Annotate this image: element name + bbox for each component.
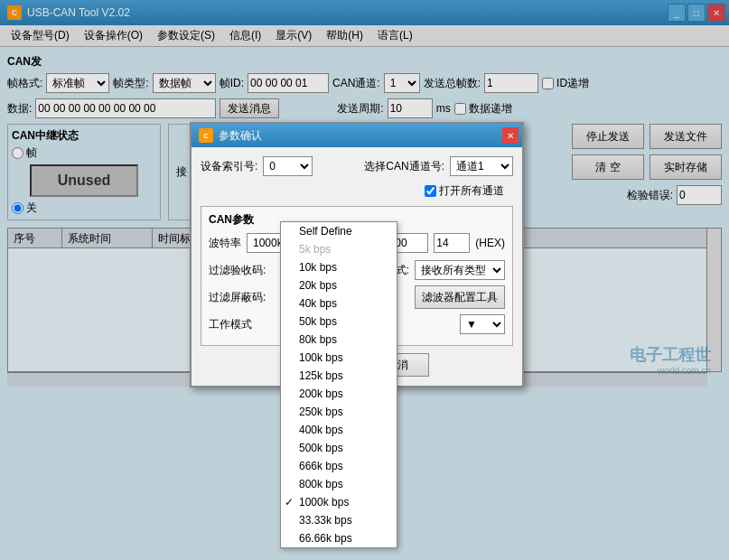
btr1-input[interactable]: 14 (434, 233, 470, 253)
filter-tool-button[interactable]: 滤波器配置工具 (415, 285, 505, 309)
can-channel-dlg-label: 选择CAN通道号: (364, 159, 444, 174)
filter-mask-label: 过滤屏蔽码: (209, 290, 266, 305)
baudrate-option-400k[interactable]: 400k bps (281, 421, 397, 439)
baudrate-option-100k[interactable]: 100k bps (281, 349, 397, 367)
baudrate-option-125k[interactable]: 125k bps (281, 367, 397, 385)
baudrate-option-20k[interactable]: 20k bps (281, 276, 397, 294)
baudrate-option-500k[interactable]: 500k bps (281, 439, 397, 457)
baudrate-option-80k[interactable]: 80k bps (281, 331, 397, 349)
baudrate-option-1000k[interactable]: 1000k bps (281, 493, 397, 511)
baudrate-option-5k[interactable]: 5k bps (281, 240, 397, 258)
work-mode-select[interactable]: ▼ (460, 314, 505, 334)
baudrate-option-50k[interactable]: 50k bps (281, 313, 397, 331)
baudrate-option-200k[interactable]: 200k bps (281, 385, 397, 403)
baudrate-option-800k[interactable]: 800k bps (281, 475, 397, 493)
baudrate-option-33k[interactable]: 33.33k bps (281, 511, 397, 529)
baudrate-option-66k[interactable]: 66.66k bps (281, 529, 397, 547)
baudrate-label: 波特率 (209, 236, 241, 251)
device-index-select[interactable]: 0 (263, 156, 313, 176)
btr-hex-label: (HEX) (475, 237, 505, 249)
dialog-title-bar: C 参数确认 ✕ (192, 124, 522, 147)
dialog-row-open-all: 打开所有通道 (201, 183, 513, 199)
can-channel-dlg-select[interactable]: 通道1 通道2 (450, 156, 513, 176)
baudrate-dropdown: Self Define 5k bps 10k bps 20k bps 40k b… (280, 221, 397, 548)
dialog-close-button[interactable]: ✕ (502, 127, 519, 144)
baudrate-option-self-define[interactable]: Self Define (281, 222, 397, 240)
baudrate-option-250k[interactable]: 250k bps (281, 403, 397, 421)
open-all-label[interactable]: 打开所有通道 (425, 183, 504, 199)
filter-code-label: 过滤验收码: (209, 263, 266, 278)
baudrate-option-10k[interactable]: 10k bps (281, 258, 397, 276)
open-all-checkbox[interactable] (425, 185, 436, 197)
work-mode-label: 工作模式 (209, 317, 252, 332)
baudrate-option-40k[interactable]: 40k bps (281, 294, 397, 313)
dialog-row1: 设备索引号: 0 选择CAN通道号: 通道1 通道2 (201, 156, 513, 176)
filter-mode-select[interactable]: 接收所有类型 (415, 260, 505, 280)
dialog-icon: C (199, 128, 213, 143)
dialog-title-text: 参数确认 (219, 128, 262, 144)
device-index-label: 设备索引号: (201, 159, 257, 174)
btr0-input[interactable]: 00 (392, 233, 428, 253)
baudrate-option-666k[interactable]: 666k bps (281, 457, 397, 475)
